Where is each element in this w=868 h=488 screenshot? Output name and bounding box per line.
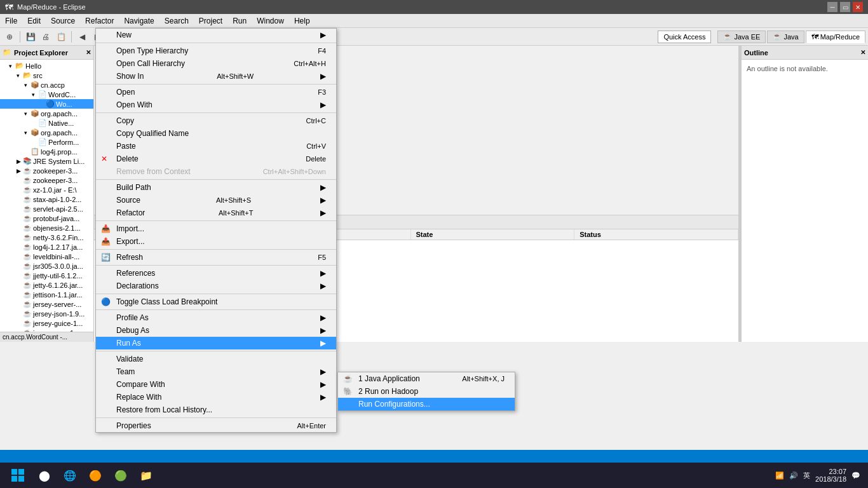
tree-item-jettison[interactable]: ☕ jettison-1.1.jar... — [0, 290, 93, 299]
ctx-compare-with[interactable]: Compare With ▶ — [96, 378, 336, 391]
ctx-build-path-label: Build Path — [116, 183, 151, 192]
perspective-java[interactable]: ☕ Java — [767, 30, 804, 43]
start-button[interactable] — [3, 463, 33, 488]
tree-item-src[interactable]: ▾ 📂 src — [0, 71, 93, 80]
taskbar-search[interactable]: ⬤ — [33, 464, 56, 487]
tree-item-jre[interactable]: ▶ 📚 JRE System Li... — [0, 156, 93, 166]
menu-source[interactable]: Source — [46, 14, 80, 27]
menu-project[interactable]: Project — [194, 14, 227, 27]
outline-close[interactable]: ✕ — [860, 49, 865, 56]
project-explorer-close[interactable]: ✕ — [86, 49, 91, 56]
tree-item-servlet[interactable]: ☕ servlet-api-2.5... — [0, 204, 93, 214]
ctx-properties[interactable]: Properties Alt+Enter — [96, 419, 336, 432]
tree-item-xz[interactable]: ☕ xz-1.0.jar - E:\ — [0, 185, 93, 194]
window-controls[interactable]: ─ ▭ ✕ — [827, 2, 863, 12]
ctx-source[interactable]: Source Alt+Shift+S ▶ — [96, 194, 336, 207]
ctx-build-path[interactable]: Build Path ▶ — [96, 181, 336, 194]
ctx-refactor[interactable]: Refactor Alt+Shift+T ▶ — [96, 207, 336, 219]
tree-item-jettyutil[interactable]: ☕ jjetty-util-6.1.2... — [0, 271, 93, 280]
toggle-icon: 🔵 — [101, 297, 111, 306]
menu-window[interactable]: Window — [252, 14, 289, 27]
back-button[interactable]: ◀ — [75, 30, 89, 44]
ctx-copy[interactable]: Copy Ctrl+C — [96, 114, 336, 127]
tree-item-native[interactable]: 📄 Native... — [0, 118, 93, 128]
tree-item-perform[interactable]: 📄 Perform... — [0, 137, 93, 147]
ctx-new[interactable]: New ▶ — [96, 29, 336, 41]
ctx-validate[interactable]: Validate — [96, 353, 336, 365]
new-button[interactable]: ⊕ — [3, 30, 17, 44]
tree-item-jsr[interactable]: ☕ jsr305-3.0.0.ja... — [0, 261, 93, 271]
maximize-button[interactable]: ▭ — [840, 2, 850, 12]
ctx-references[interactable]: References ▶ — [96, 267, 336, 280]
import-icon: 📥 — [101, 224, 111, 233]
ctx-open-call-hierarchy[interactable]: Open Call Hierarchy Ctrl+Alt+H — [96, 57, 336, 70]
ctx-open-type-hierarchy[interactable]: Open Type Hierarchy F4 — [96, 44, 336, 57]
ctx-delete[interactable]: ✕ Delete Delete — [96, 152, 336, 165]
tree-item-jerseyserver[interactable]: ☕ jersey-server-... — [0, 299, 93, 309]
tree-item-objenesis[interactable]: ☕ objenesis-2.1... — [0, 223, 93, 233]
ctx-import[interactable]: 📥 Import... — [96, 222, 336, 235]
ctx-open-with[interactable]: Open With ▶ — [96, 98, 336, 111]
props-button[interactable]: 📋 — [54, 30, 68, 44]
taskbar-folder[interactable]: 📁 — [135, 464, 158, 487]
ctx-debug-as[interactable]: Debug As ▶ — [96, 324, 336, 337]
ctx-open[interactable]: Open F3 — [96, 86, 336, 98]
quick-access-button[interactable]: Quick Access — [658, 30, 711, 43]
menu-bar: File Edit Source Refactor Navigate Searc… — [0, 14, 868, 28]
ctx-export[interactable]: 📤 Export... — [96, 235, 336, 248]
tree-item-jetty[interactable]: ☕ jetty-6.1.26.jar... — [0, 280, 93, 290]
tree-item-netty[interactable]: ☕ netty-3.6.2.Fin... — [0, 233, 93, 242]
ctx-toggle-breakpoint[interactable]: 🔵 Toggle Class Load Breakpoint — [96, 295, 336, 308]
tree-item-orgapach2[interactable]: ▾ 📦 org.apach... — [0, 128, 93, 137]
svg-rect-0 — [11, 469, 17, 475]
menu-navigate[interactable]: Navigate — [119, 14, 159, 27]
submenu-java-app[interactable]: ☕ 1 Java Application Alt+Shift+X, J — [338, 372, 515, 385]
ctx-refresh[interactable]: 🔄 Refresh F5 — [96, 251, 336, 264]
ctx-open-with-label: Open With — [116, 100, 153, 109]
tree-item-leveldb[interactable]: ☕ leveldbini-all-... — [0, 252, 93, 261]
tree-item-cnaccp[interactable]: ▾ 📦 cn.accp — [0, 80, 93, 90]
tree-item-log4j[interactable]: 📋 log4j.prop... — [0, 147, 93, 156]
perspective-javaee[interactable]: ☕ Java EE — [717, 30, 766, 43]
submenu-run-configurations[interactable]: Run Configurations... — [338, 398, 515, 410]
taskbar-edge[interactable]: 🌐 — [58, 464, 81, 487]
submenu-run-hadoop[interactable]: 🐘 2 Run on Hadoop — [338, 385, 515, 398]
minimize-button[interactable]: ─ — [827, 2, 837, 12]
tree-item-stax[interactable]: ☕ stax-api-1.0-2... — [0, 194, 93, 204]
tree-item-orgapach1[interactable]: ▾ 📦 org.apach... — [0, 109, 93, 118]
tree-item-hello[interactable]: ▾ 📂 Hello — [0, 61, 93, 71]
perspective-mapreduce[interactable]: 🗺 Map/Reduce — [806, 30, 865, 43]
menu-run[interactable]: Run — [227, 14, 252, 27]
taskbar-chrome[interactable]: 🟢 — [109, 464, 132, 487]
menu-search[interactable]: Search — [159, 14, 194, 27]
tree-item-protobuf[interactable]: ☕ protobuf-java... — [0, 214, 93, 223]
tree-item-wo[interactable]: 🔵 Wo... — [0, 99, 93, 109]
tree-item-jerseyguice[interactable]: ☕ jersey-guice-1... — [0, 318, 93, 328]
ctx-show-in[interactable]: Show In Alt+Shift+W ▶ — [96, 70, 336, 83]
tree-item-zk1[interactable]: ▶ ☕ zookeeper-3... — [0, 166, 93, 175]
ctx-paste[interactable]: Paste Ctrl+V — [96, 140, 336, 152]
ctx-replace-with[interactable]: Replace With ▶ — [96, 391, 336, 403]
svg-rect-1 — [18, 469, 24, 475]
close-button[interactable]: ✕ — [853, 2, 863, 12]
menu-help[interactable]: Help — [289, 14, 315, 27]
menu-edit[interactable]: Edit — [22, 14, 46, 27]
tree-item-wordc[interactable]: ▾ 📄 WordC... — [0, 90, 93, 99]
taskbar-eclipse[interactable]: 🟠 — [84, 464, 107, 487]
ctx-copy-qualified[interactable]: Copy Qualified Name — [96, 127, 336, 140]
menu-refactor[interactable]: Refactor — [80, 14, 119, 27]
ctx-declarations[interactable]: Declarations ▶ — [96, 280, 336, 292]
menu-file[interactable]: File — [0, 14, 22, 27]
save-button[interactable]: 💾 — [24, 30, 37, 44]
ctx-run-as[interactable]: Run As ▶ — [96, 337, 336, 349]
ctx-profile-as[interactable]: Profile As ▶ — [96, 311, 336, 324]
tree-item-jerseyjson[interactable]: ☕ jersey-json-1.9... — [0, 309, 93, 318]
ctx-team[interactable]: Team ▶ — [96, 365, 336, 378]
tree-item-zk2[interactable]: ☕ zookeeper-3... — [0, 175, 93, 185]
jar-icon: ☕ — [23, 243, 32, 251]
ctx-restore-local[interactable]: Restore from Local History... — [96, 403, 336, 416]
tree-item-log4j-jar[interactable]: ☕ log4j-1.2.17.ja... — [0, 242, 93, 252]
ctx-team-arrow: ▶ — [314, 367, 326, 376]
ctx-profile-as-arrow: ▶ — [314, 313, 326, 322]
print-button[interactable]: 🖨 — [39, 30, 53, 44]
